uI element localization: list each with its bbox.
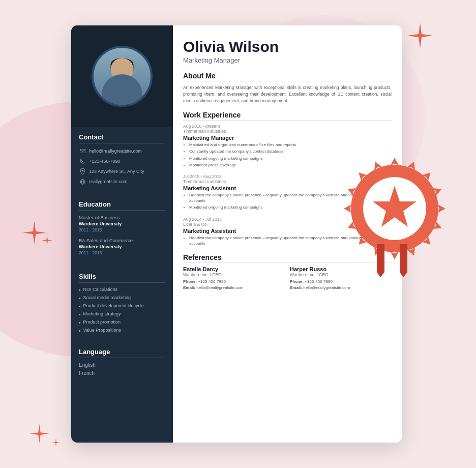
work-company-0: Timmerman Industries — [183, 129, 392, 134]
skill-bullet-3: • — [79, 312, 81, 317]
candidate-name: Olivia Wilson — [183, 38, 392, 55]
skill-item-2: • Product development lifecycle — [79, 303, 165, 309]
ref-item-0: Estelle Darcy Wardiere Inc. / CEO Phone:… — [183, 266, 285, 291]
edu-school-1: Wardiere University — [79, 244, 165, 249]
work-section-title: Work Experience — [183, 111, 392, 121]
skill-item-0: • ROI Calculations — [79, 287, 165, 293]
skill-item-4: • Product promotion — [79, 319, 165, 326]
skill-text-4: Product promotion — [83, 319, 121, 325]
skill-item-1: • Social media marketing — [79, 295, 165, 301]
contact-phone-item: +123-456-7890 — [79, 158, 165, 165]
lang-item-0: English — [79, 362, 165, 368]
language-section: Language English French — [71, 342, 173, 385]
candidate-title: Marketing Manager — [183, 56, 392, 64]
contact-address-item: 123 Anywhere St., Any City — [79, 168, 165, 175]
ref-phone-label-1: Phone: — [290, 279, 305, 284]
language-title: Language — [79, 348, 165, 358]
sparkle-bottom-left-small — [51, 437, 61, 448]
work-dates-0: Aug 2018 - present — [183, 124, 392, 129]
about-text: An experienced Marketing Manager with ex… — [183, 84, 392, 104]
email-icon — [79, 148, 86, 155]
edu-item-1: BA Sales and Commerce Wardiere Universit… — [79, 238, 165, 255]
skill-bullet-5: • — [79, 328, 81, 334]
sparkle-top-right — [405, 20, 435, 51]
ref-phone-0: Phone: +123-456-7890 — [183, 279, 285, 285]
education-section: Education Master of Business Wardiere Un… — [71, 194, 173, 267]
ref-email-1: Email: hello@reallygreatsite.com — [290, 285, 392, 291]
edu-years-1: 2011 - 2015 — [79, 250, 165, 255]
contact-title: Contact — [79, 133, 165, 143]
location-icon — [79, 168, 86, 175]
skill-text-1: Social media marketing — [83, 295, 131, 300]
edu-school-0: Wardiere University — [79, 221, 165, 226]
phone-icon — [79, 158, 86, 165]
about-section-title: About Me — [183, 72, 392, 81]
contact-section: Contact hello@reallygreatsite.com +123-4… — [71, 127, 173, 194]
svg-rect-4 — [80, 149, 85, 153]
education-title: Education — [79, 200, 165, 211]
sparkle-bottom-left — [28, 422, 51, 445]
skill-item-5: • Value Propositions — [79, 328, 165, 334]
avatar-body — [102, 74, 142, 105]
ref-phone-value-0: +123-456-7890 — [198, 279, 226, 284]
ref-email-value-1: hello@reallygreatsite.com — [303, 285, 350, 290]
contact-website-item: reallygreatsite.com — [79, 178, 165, 185]
badge-ribbons-svg — [367, 244, 418, 280]
skill-bullet-1: • — [79, 296, 81, 301]
globe-icon — [79, 178, 86, 185]
ref-email-label-1: Email: — [290, 285, 303, 290]
svg-marker-3 — [400, 244, 407, 277]
skill-text-0: ROI Calculations — [83, 287, 118, 292]
edu-item-0: Master of Business Wardiere University 2… — [79, 215, 165, 232]
svg-point-5 — [82, 170, 83, 171]
contact-website: reallygreatsite.com — [89, 179, 128, 184]
skills-title: Skills — [79, 273, 165, 283]
skill-item-3: • Marketing strategy — [79, 311, 165, 317]
skill-text-3: Marketing strategy — [83, 311, 121, 316]
skill-bullet-2: • — [79, 304, 81, 309]
ref-email-value-0: hello@reallygreatsite.com — [196, 285, 243, 290]
skill-bullet-4: • — [79, 320, 81, 326]
award-badge — [339, 163, 451, 275]
edu-degree-1: BA Sales and Commerce — [79, 238, 165, 243]
work-position-0: Marketing Manager — [183, 135, 392, 141]
contact-email: hello@reallygreatsite.com — [89, 149, 142, 154]
sparkle-left-small — [41, 234, 53, 247]
skill-text-5: Value Propositions — [83, 328, 121, 333]
avatar-silhouette — [94, 48, 151, 105]
ref-title-0: Wardiere Inc. / CEO — [183, 272, 285, 277]
edu-degree-0: Master of Business — [79, 215, 165, 220]
svg-marker-2 — [377, 244, 384, 277]
skill-bullet-0: • — [79, 287, 81, 293]
avatar-container — [71, 25, 173, 127]
work-bullet-0-0: Maintained and organized numerous office… — [189, 142, 392, 148]
ref-name-0: Estelle Darcy — [183, 266, 285, 272]
avatar — [92, 46, 153, 107]
sidebar: Contact hello@reallygreatsite.com +123-4… — [71, 25, 173, 443]
contact-email-item: hello@reallygreatsite.com — [79, 148, 165, 155]
edu-years-0: 2011 - 2015 — [79, 227, 165, 232]
ref-email-0: Email: hello@reallygreatsite.com — [183, 285, 285, 291]
skills-section: Skills • ROI Calculations • Social media… — [71, 267, 173, 342]
skill-text-2: Product development lifecycle — [83, 303, 144, 308]
contact-address: 123 Anywhere St., Any City — [89, 169, 144, 174]
ref-email-label-0: Email: — [183, 285, 196, 290]
contact-phone: +123-456-7890 — [89, 159, 120, 164]
lang-item-1: French — [79, 370, 165, 376]
ref-phone-label-0: Phone: — [183, 279, 198, 284]
ref-phone-value-1: +123-456-7890 — [305, 279, 333, 284]
